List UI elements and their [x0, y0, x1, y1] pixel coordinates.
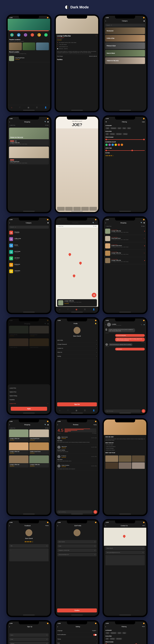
color[interactable] [112, 144, 114, 146]
chip[interactable]: Restaurant [110, 127, 117, 129]
list-item[interactable]: Arts & HumanitiesLounge Coffee Bar667 Wi… [104, 228, 146, 235]
locate-button[interactable]: ⊕ [92, 293, 96, 298]
search-input[interactable]: Search✕ [105, 24, 145, 27]
list-item[interactable]: Arts & HumanitiesCosy Royal Room667 Wieg… [104, 235, 146, 242]
sort-option[interactable]: Lowest Price [9, 386, 48, 390]
back-icon[interactable]: ‹ [105, 222, 106, 224]
message-input[interactable]: ... [105, 555, 145, 565]
send-button[interactable]: ➤ [93, 510, 97, 514]
category-item[interactable]: Coffee & Bar [105, 35, 145, 42]
profile-item[interactable]: Edit Profile› [56, 338, 98, 342]
list-item[interactable]: Arts & HumanitiesGolden Guest Room667 Wi… [104, 242, 146, 250]
list-item[interactable]: Cosy Royal Room★★★★★ [8, 55, 50, 62]
chip[interactable]: Wifi [105, 133, 109, 135]
team-avatar[interactable] [105, 456, 118, 462]
avatar[interactable] [107, 323, 111, 326]
grid-card[interactable]: Cosy Royal Room★★★★★ [29, 430, 49, 442]
category-item[interactable]: ▦Real Estate8 locations [8, 249, 50, 255]
cat-icon[interactable]: ☕ [17, 33, 20, 36]
color[interactable] [108, 144, 111, 146]
grid-icon[interactable]: ▦ [47, 121, 49, 122]
reset-button[interactable]: Reset [142, 626, 145, 627]
back-icon[interactable]: ‹ [9, 626, 10, 628]
chat-input[interactable]: Type Message... [105, 410, 141, 413]
replay-button[interactable]: Replay [45, 525, 49, 526]
back-icon[interactable]: ‹ [57, 626, 58, 628]
list-item[interactable]: Arts & HumanitiesLounge Coffee Bar667 Wi… [104, 257, 146, 264]
back-icon[interactable]: ‹ [9, 524, 10, 527]
map-pin[interactable] [68, 252, 72, 256]
feature-card[interactable]: TODAY IN THE ACEFeaturedSaleLounge Coffe… [9, 128, 49, 146]
map-pin[interactable] [78, 261, 82, 265]
search-icon[interactable]: 🔍 [141, 222, 143, 224]
address-input[interactable]: Address✕ [9, 642, 49, 644]
search-input[interactable]: Search✕ [9, 226, 49, 228]
category-item[interactable]: Fitness & Gym [105, 42, 145, 49]
cat-icon[interactable]: ⋯ [44, 33, 48, 36]
heart-icon[interactable]: ♥ [144, 245, 145, 247]
thumb[interactable] [81, 207, 89, 211]
back-icon[interactable]: ‹ [57, 424, 58, 426]
sort-option[interactable]: Highest Rating [9, 394, 48, 398]
thumb[interactable] [73, 207, 81, 211]
name-input[interactable]: Steve Garrett✕ [105, 546, 145, 550]
heart-icon[interactable]: ♥ [144, 230, 145, 232]
chip[interactable]: Sport [117, 127, 122, 129]
profile-item[interactable]: Setting› [56, 354, 98, 358]
tab-home[interactable]: ⌂ [11, 106, 12, 108]
setting-item[interactable]: Theme› [56, 637, 98, 641]
category-item[interactable]: ▦Events5 locations [8, 242, 50, 249]
price-slider[interactable] [105, 139, 145, 140]
replay-button[interactable]: Replay [93, 424, 97, 425]
category-item[interactable]: ▦Automotive4 locations [8, 268, 50, 274]
map[interactable]: ⊕ Lounge Coffee Bar667 Wiegand Gardens S… [56, 228, 98, 313]
bell-icon[interactable]: 🔔 [95, 323, 97, 324]
tab[interactable]: ☰ [36, 106, 38, 108]
grid-card[interactable]: Lounge Coffee Bar★★★★★ [9, 456, 28, 468]
setting-item[interactable]: LanguageEnglish › [56, 629, 98, 633]
signout-button[interactable]: Sign Out [57, 402, 97, 406]
card[interactable] [9, 42, 22, 50]
color[interactable] [115, 144, 117, 146]
team-avatar[interactable] [119, 462, 132, 469]
map-pin[interactable] [72, 274, 76, 278]
cat-icon[interactable]: 🛍️ [37, 33, 41, 36]
category-item[interactable]: TODAY IN THE ACE [105, 57, 145, 64]
setting-item[interactable]: Push Notification [56, 633, 98, 637]
color[interactable] [118, 144, 120, 146]
search-icon[interactable]: 🔍 [92, 222, 94, 224]
tab[interactable]: ♡ [19, 106, 21, 108]
website-input[interactable]: www.yourwebsite.com✕ [57, 553, 97, 556]
send-button[interactable]: ➤ [142, 409, 145, 413]
category-item[interactable]: ▦Restaurant6 locations [8, 262, 50, 268]
grid-card[interactable]: Golden Guest Room★★★★★ [29, 442, 49, 454]
name-input[interactable]: Steve Garrett✕ [57, 540, 97, 544]
team-avatar[interactable] [132, 456, 145, 462]
title-input[interactable]: Title✕ [9, 544, 49, 548]
team-avatar[interactable] [105, 462, 118, 469]
cat-icon[interactable]: 🏋️ [31, 33, 34, 36]
tab[interactable]: ▦ [28, 106, 29, 108]
email-input[interactable]: Email✕ [9, 638, 49, 641]
back-icon[interactable]: ‹ [9, 424, 10, 426]
back-icon[interactable]: ‹ [57, 524, 58, 527]
avatar[interactable] [74, 529, 80, 536]
color[interactable] [121, 144, 123, 146]
tab[interactable]: 👤 [45, 106, 47, 108]
color[interactable] [105, 144, 108, 146]
chip[interactable]: Parking [123, 133, 128, 135]
back-icon[interactable]: ‹ [105, 20, 106, 22]
chip[interactable]: More [127, 127, 131, 129]
heart-icon[interactable]: ♥ [144, 260, 145, 262]
chip[interactable]: Shop [122, 127, 126, 129]
search-icon[interactable]: 🔍 [45, 121, 46, 122]
back-icon[interactable]: ‹ [9, 222, 10, 224]
team-avatar[interactable] [119, 456, 132, 462]
thumb[interactable] [89, 207, 97, 211]
category-item[interactable]: ▦Shopping52 locations [8, 230, 50, 236]
sort-option[interactable]: Lastest Post✓ [9, 402, 48, 406]
category-item[interactable]: ▦Job Street9 locations [8, 255, 50, 262]
email-input[interactable]: steve.garrett@passionui.com✕ [105, 551, 145, 554]
grid-card[interactable]: Lounge Coffee Bar★★★★★ [9, 430, 28, 442]
grid-icon[interactable]: ▦ [144, 222, 145, 224]
